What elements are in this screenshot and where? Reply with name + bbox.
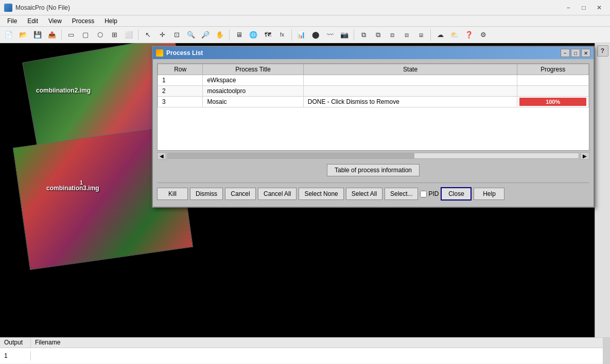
tb-move[interactable]: ⧈ — [386, 29, 399, 41]
right-panel: ? — [595, 43, 610, 337]
tb-open[interactable]: 📂 — [16, 29, 30, 41]
sep2 — [138, 29, 138, 41]
tb-stats[interactable]: 📊 — [294, 29, 308, 41]
tb-map[interactable]: 🗺 — [261, 29, 274, 41]
dialog-close-btn[interactable]: ✕ — [581, 49, 590, 57]
tb-cursor[interactable]: ↖ — [141, 29, 154, 41]
tb-select[interactable]: ▭ — [64, 29, 78, 41]
table-row[interactable]: 3 Mosaic DONE - Click Dismiss to Remove … — [158, 97, 589, 107]
tb-rect[interactable]: ▢ — [79, 29, 92, 41]
select-none-button[interactable]: Select None — [299, 188, 343, 200]
pid-label: PID — [428, 190, 439, 197]
menu-file[interactable]: File — [2, 16, 22, 26]
center-btn-area: Table of process information — [157, 160, 589, 180]
tb-crosshair[interactable]: ✛ — [155, 29, 169, 41]
tb-monitor[interactable]: 🖥 — [232, 29, 246, 41]
menu-view[interactable]: View — [43, 16, 67, 26]
col-progress: Progress — [517, 64, 589, 75]
tb-poly[interactable]: ⬡ — [93, 29, 107, 41]
row-title: mosaictoolpro — [203, 86, 303, 97]
sep5 — [354, 29, 354, 41]
image-label-1: combiination2.img — [36, 87, 91, 94]
image-num-label: 1 — [80, 179, 83, 186]
dialog-title: Process List — [166, 49, 561, 57]
horizontal-scrollbar: ◀ ▶ — [157, 152, 589, 160]
col-process-title: Process Title — [203, 64, 303, 75]
tb-export[interactable]: 📤 — [45, 29, 59, 41]
tb-frame[interactable]: ⬜ — [122, 29, 135, 41]
dialog-titlebar: Process List − □ ✕ — [153, 47, 594, 59]
minimize-button[interactable]: − — [562, 3, 575, 13]
tb-cloud[interactable]: ☁ — [433, 29, 447, 41]
maximize-button[interactable]: □ — [577, 3, 590, 13]
table-info-button[interactable]: Table of process information — [327, 164, 420, 176]
pid-check-label[interactable]: PID — [420, 190, 439, 197]
row-state — [303, 86, 517, 97]
tb-paste[interactable]: ⧉ — [371, 29, 385, 41]
main-area: combiination2.img combination3.img 1 ? P… — [0, 43, 610, 337]
cancel-button[interactable]: Cancel — [225, 188, 256, 200]
tb-zoom-in[interactable]: 🔍 — [184, 29, 198, 41]
tb-zoom-rect[interactable]: ⊡ — [170, 29, 183, 41]
scroll-left-btn[interactable]: ◀ — [157, 152, 166, 160]
dialog-maximize[interactable]: □ — [571, 49, 580, 57]
tb-zoom-out[interactable]: 🔎 — [199, 29, 212, 41]
menu-help[interactable]: Help — [99, 16, 123, 26]
table-row[interactable]: 1 eWkspace — [158, 75, 589, 86]
tb-link[interactable]: ⧇ — [400, 29, 413, 41]
status-row-num: 1 — [0, 351, 31, 360]
status-filename-label: Filename — [31, 338, 64, 348]
tb-settings[interactable]: ⚙ — [477, 29, 490, 41]
sep3 — [229, 29, 230, 41]
select-all-button[interactable]: Select All — [346, 188, 382, 200]
row-num: 3 — [158, 97, 203, 107]
dialog-win-controls: − □ ✕ — [561, 49, 590, 57]
col-state: State — [303, 64, 517, 75]
tb-cloud2[interactable]: ⛅ — [448, 29, 461, 41]
process-table: Row Process Title State Progress 1 eWksp… — [158, 64, 589, 107]
scroll-right-btn[interactable]: ▶ — [580, 152, 589, 160]
tb-fx[interactable]: fx — [275, 29, 289, 41]
tb-copy-r[interactable]: ⧉ — [357, 29, 370, 41]
scroll-track[interactable] — [167, 153, 579, 159]
row-num: 1 — [158, 75, 203, 86]
status-header: Output Filename — [0, 338, 610, 348]
cancel-all-button[interactable]: Cancel All — [258, 188, 297, 200]
process-table-wrapper[interactable]: Row Process Title State Progress 1 eWksp… — [157, 63, 589, 151]
tb-wave[interactable]: 〰 — [323, 29, 337, 41]
close-dialog-button[interactable]: Close — [441, 187, 472, 201]
row-title: Mosaic — [203, 97, 303, 107]
pid-checkbox[interactable] — [420, 191, 427, 197]
app-icon — [4, 4, 12, 12]
row-progress — [517, 75, 589, 86]
help-dialog-button[interactable]: Help — [474, 188, 504, 200]
dialog-icon — [156, 49, 163, 57]
window-controls: − □ ✕ — [562, 3, 606, 13]
row-title: eWkspace — [203, 75, 303, 86]
help-icon-btn[interactable]: ? — [597, 45, 608, 57]
tb-pan[interactable]: ✋ — [213, 29, 226, 41]
kill-button[interactable]: Kill — [157, 188, 188, 200]
button-row: Kill Dismiss Cancel Cancel All Select No… — [157, 185, 589, 203]
statusbar: Output Filename 1 — [0, 337, 610, 364]
tb-new[interactable]: 📄 — [2, 29, 15, 41]
tb-save[interactable]: 💾 — [31, 29, 44, 41]
tb-camera[interactable]: 📷 — [338, 29, 351, 41]
tb-globe[interactable]: 🌐 — [247, 29, 260, 41]
tb-unlink[interactable]: ⧆ — [414, 29, 428, 41]
tb-table[interactable]: ⊞ — [108, 29, 121, 41]
dismiss-button[interactable]: Dismiss — [190, 188, 223, 200]
app-title: MosaicPro (No File) — [15, 4, 562, 11]
scroll-thumb — [168, 153, 414, 158]
dialog-minimize[interactable]: − — [561, 49, 570, 57]
select-dot-button[interactable]: Select... — [385, 188, 418, 200]
tb-dot[interactable]: ⬤ — [309, 29, 322, 41]
menu-edit[interactable]: Edit — [22, 16, 43, 26]
table-row[interactable]: 2 mosaictoolpro — [158, 86, 589, 97]
tb-help-tb[interactable]: ❓ — [462, 29, 476, 41]
close-button[interactable]: ✕ — [592, 3, 606, 13]
status-scrollbar[interactable] — [603, 338, 610, 364]
row-progress — [517, 86, 589, 97]
status-output-label: Output — [0, 338, 31, 348]
menu-process[interactable]: Process — [67, 16, 99, 26]
